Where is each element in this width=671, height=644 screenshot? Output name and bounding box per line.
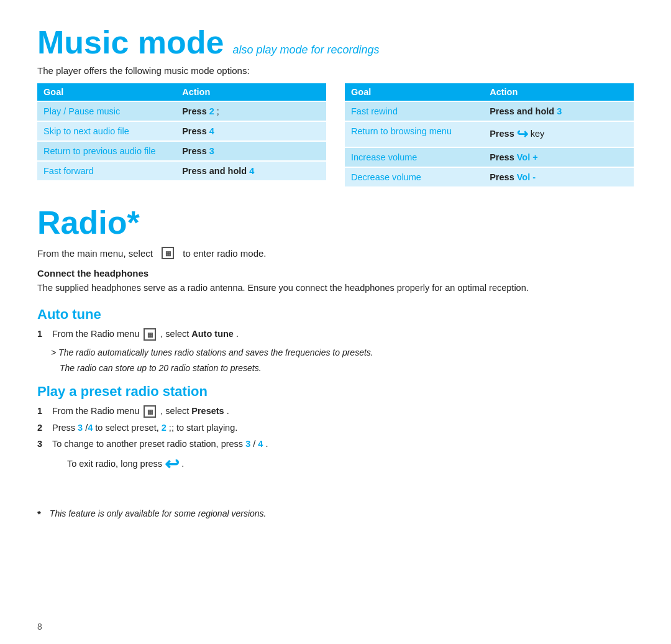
radio-intro-before: From the main menu, select: [37, 248, 153, 259]
goal-cell: Decrease volume: [345, 167, 483, 186]
auto-tune-heading: Auto tune: [37, 306, 634, 323]
music-table-right: Goal Action Fast rewind Press and hold 3…: [345, 83, 634, 186]
action-cell: Press ↩ key: [483, 121, 634, 147]
goal-cell: Fast rewind: [345, 101, 483, 121]
footer-star: *: [37, 508, 41, 519]
step-text: From the Radio menu ▦ , select Presets .: [52, 405, 229, 418]
radio-icon: ▦: [144, 328, 156, 341]
step-number: 1: [37, 328, 47, 341]
action-cell: Press 4: [176, 121, 326, 141]
page-intro: The player offers the following music mo…: [37, 65, 634, 76]
step-text: From the Radio menu ▦ , select Auto tune…: [52, 328, 239, 341]
step-number: 3: [37, 438, 47, 451]
radio-menu-icon: ▦: [162, 247, 174, 259]
goal-cell: Return to browsing menu: [345, 121, 483, 147]
table-row: Fast forward Press and hold 4: [37, 161, 326, 180]
action-cell: Press 2 ;: [176, 101, 326, 121]
radio-intro: From the main menu, select ▦ to enter ra…: [37, 247, 634, 259]
music-table-left: Goal Action Play / Pause music Press 2 ;…: [37, 83, 326, 180]
page-title-main: Music mode: [37, 25, 224, 60]
step-text: To change to another preset radio statio…: [52, 438, 268, 477]
table-row: Fast rewind Press and hold 3: [345, 101, 634, 121]
list-item: 2 Press 3 /4 to select preset, 2 ;; to s…: [37, 421, 634, 435]
col-action-right: Action: [483, 83, 634, 101]
footer-note: This feature is only available for some …: [50, 508, 267, 518]
radio-section: Radio* From the main menu, select ▦ to e…: [37, 205, 634, 477]
table-right: Goal Action Fast rewind Press and hold 3…: [345, 83, 634, 186]
table-row: Return to browsing menu Press ↩ key: [345, 121, 634, 147]
goal-cell: Increase volume: [345, 147, 483, 167]
action-cell: Press and hold 3: [483, 101, 634, 121]
col-goal-right: Goal: [345, 83, 483, 101]
play-preset-heading: Play a preset radio station: [37, 384, 634, 400]
list-item: 1 From the Radio menu ▦ , select Auto tu…: [37, 328, 634, 341]
music-mode-tables: Goal Action Play / Pause music Press 2 ;…: [37, 83, 634, 186]
auto-tune-note1: > The radio automatically tunes radio st…: [51, 346, 634, 359]
col-action-left: Action: [176, 83, 326, 101]
action-cell: Press 3: [176, 141, 326, 161]
auto-tune-note2: The radio can store up to 20 radio stati…: [60, 362, 634, 375]
table-row: Play / Pause music Press 2 ;: [37, 101, 326, 121]
table-row: Increase volume Press Vol +: [345, 147, 634, 167]
radio-intro-after: to enter radio mode.: [183, 248, 266, 259]
step-text: Press 3 /4 to select preset, 2 ;; to sta…: [52, 421, 237, 435]
col-goal-left: Goal: [37, 83, 176, 101]
list-item: 1 From the Radio menu ▦ , select Presets…: [37, 405, 634, 418]
page-title-sub: also play mode for recordings: [233, 44, 380, 57]
page-title-section: Music mode also play mode for recordings: [37, 25, 634, 60]
table-row: Decrease volume Press Vol -: [345, 167, 634, 186]
action-cell: Press and hold 4: [176, 161, 326, 180]
play-preset-list: 1 From the Radio menu ▦ , select Presets…: [37, 405, 634, 477]
connect-text: The supplied headphones serve as a radio…: [37, 282, 634, 295]
step-number: 1: [37, 405, 47, 418]
auto-tune-list: 1 From the Radio menu ▦ , select Auto tu…: [37, 328, 634, 341]
table-row: Skip to next audio file Press 4: [37, 121, 326, 141]
connect-heading: Connect the headphones: [37, 268, 634, 278]
action-cell: Press Vol -: [483, 167, 634, 186]
list-item: 3 To change to another preset radio stat…: [37, 438, 634, 477]
footer: * This feature is only available for som…: [37, 502, 634, 519]
goal-cell: Return to previous audio file: [37, 141, 176, 161]
action-cell: Press Vol +: [483, 147, 634, 167]
radio-icon: ▦: [144, 405, 156, 418]
back-icon: ↩: [517, 126, 528, 142]
goal-cell: Play / Pause music: [37, 101, 176, 121]
page-number: 8: [37, 622, 42, 632]
table-left: Goal Action Play / Pause music Press 2 ;…: [37, 83, 326, 186]
back-icon-large: ↩: [165, 451, 179, 477]
goal-cell: Skip to next audio file: [37, 121, 176, 141]
table-row: Return to previous audio file Press 3: [37, 141, 326, 161]
goal-cell: Fast forward: [37, 161, 176, 180]
radio-title: Radio*: [37, 205, 634, 241]
step-number: 2: [37, 421, 47, 435]
